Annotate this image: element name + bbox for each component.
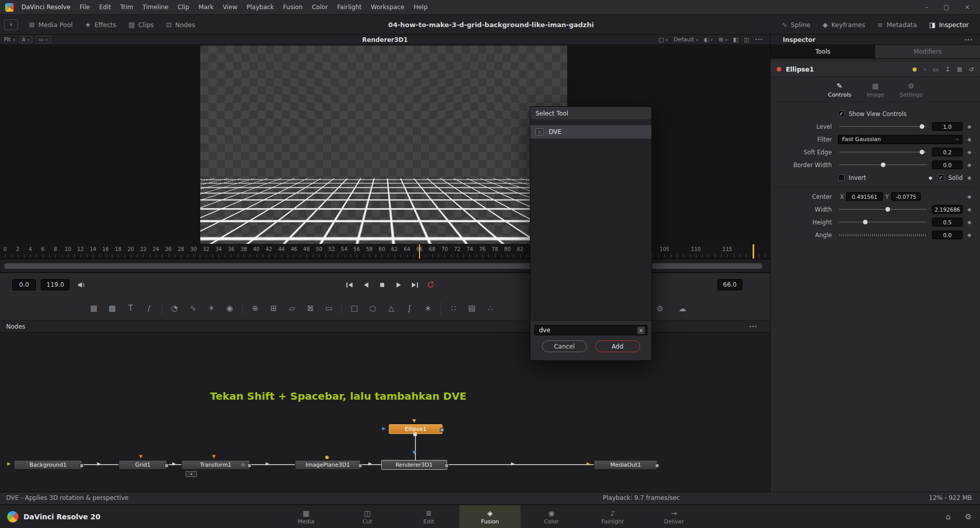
invert-checkbox[interactable] xyxy=(838,174,845,181)
page-fusion[interactable]: ◈Fusion xyxy=(459,505,521,528)
stop-button[interactable] xyxy=(378,282,386,288)
slider-knob[interactable] xyxy=(881,163,885,167)
blur-tool-icon[interactable]: ◉ xyxy=(223,302,237,315)
border-width-value-field[interactable]: 0.0 xyxy=(932,160,963,169)
keyframe-diamond-icon[interactable]: ◆ xyxy=(963,124,976,129)
slider-knob[interactable] xyxy=(863,220,868,224)
menu-edit[interactable]: Edit xyxy=(95,2,115,12)
bspline-mask-tool-icon[interactable]: ∫ xyxy=(403,302,416,315)
clips-button[interactable]: ▤Clips xyxy=(122,18,159,32)
wand-mask-tool-icon[interactable]: ∗ xyxy=(421,302,435,315)
page-cut[interactable]: ◫Cut xyxy=(337,505,398,528)
float-window-icon[interactable]: ▭ xyxy=(932,66,938,73)
current-frame-field[interactable]: 66.0 xyxy=(717,279,742,290)
menu-fusion[interactable]: Fusion xyxy=(278,2,307,12)
slider-knob[interactable] xyxy=(885,207,890,212)
gear-icon[interactable]: ⚙ xyxy=(965,512,972,521)
keyframe-diamond-icon[interactable]: ◆ xyxy=(963,232,976,238)
clear-search-icon[interactable]: × xyxy=(637,327,645,334)
channel-select-dropdown[interactable]: A∨ xyxy=(19,36,32,43)
menu-trim[interactable]: Trim xyxy=(115,2,138,12)
subtab-controls[interactable]: ✎ Controls xyxy=(828,82,851,98)
page-color[interactable]: ◉Color xyxy=(521,505,582,528)
cloud-icon[interactable]: ☁ xyxy=(675,302,689,315)
grid-warp-tool-icon[interactable]: ▤ xyxy=(465,302,479,315)
loop-button[interactable] xyxy=(427,281,434,288)
media-pool-button[interactable]: ⊞Media Pool xyxy=(23,18,79,32)
keyframe-diamond-icon[interactable]: ◆ xyxy=(963,175,976,180)
dual-view-button[interactable]: ◫ xyxy=(744,36,749,43)
node-renderer3d1[interactable]: Renderer3D1 xyxy=(381,460,447,470)
minimize-icon[interactable]: – xyxy=(925,4,928,11)
node-grid1[interactable]: Grid1 xyxy=(119,460,167,470)
transform-modifier-widget[interactable] xyxy=(185,471,197,477)
page-edit[interactable]: ≣Edit xyxy=(398,505,459,528)
menu-davinci-resolve[interactable]: DaVinci Resolve xyxy=(17,2,75,12)
width-slider[interactable] xyxy=(838,203,928,216)
grid-snap-dropdown[interactable]: ⊞∨ xyxy=(718,36,727,43)
maximize-icon[interactable]: ▢ xyxy=(944,4,949,11)
single-view-button[interactable]: ◧ xyxy=(733,36,738,43)
merge-tool-icon[interactable]: ⊕ xyxy=(248,302,262,315)
effects-button[interactable]: ★Effects xyxy=(79,18,122,32)
metadata-button[interactable]: ≡Metadata xyxy=(871,18,923,32)
soft-edge-value-field[interactable]: 0.2 xyxy=(932,148,963,156)
tile-color-dot-icon[interactable] xyxy=(913,67,917,72)
height-value-field[interactable]: 0.5 xyxy=(932,218,963,226)
soft-edge-slider[interactable] xyxy=(838,146,928,158)
keyframe-diamond-icon[interactable]: ◆ xyxy=(963,136,976,142)
page-fairlight[interactable]: ♪Fairlight xyxy=(582,505,643,528)
nodes-options-button[interactable]: ··· xyxy=(749,323,758,330)
keyframe-diamond-icon[interactable]: ◆ xyxy=(963,162,976,168)
menu-clip[interactable]: Clip xyxy=(173,2,194,12)
keyframe-diamond-icon[interactable]: ◆ xyxy=(928,175,932,180)
inspector-options-button[interactable]: ··· xyxy=(964,36,980,43)
keyframe-diamond-icon[interactable]: ◆ xyxy=(963,219,976,225)
node-mediaout1[interactable]: MediaOut1 xyxy=(594,460,658,470)
color-curves-tool-icon[interactable]: ∿ xyxy=(186,302,200,315)
tool-result-dve[interactable]: ⊡ DVE xyxy=(530,125,651,139)
transform-tool-icon[interactable]: ⊞ xyxy=(267,302,281,315)
chevron-down-icon[interactable]: ∨ xyxy=(923,67,926,72)
goto-end-button[interactable] xyxy=(411,282,419,288)
angle-thumbwheel[interactable] xyxy=(839,233,928,237)
width-value-field[interactable]: 2.192686 xyxy=(932,205,963,214)
node-background1[interactable]: Background1 xyxy=(14,460,82,470)
panel-toggle-button[interactable]: ∨ xyxy=(4,19,18,30)
audio-mute-button[interactable] xyxy=(78,282,86,288)
viewer-canvas[interactable] xyxy=(0,45,770,244)
crop-tool-icon[interactable]: ⊠ xyxy=(304,302,317,315)
reset-icon[interactable]: ↺ xyxy=(969,66,974,73)
viewer-options-button[interactable]: ··· xyxy=(755,36,763,43)
color-display-dropdown[interactable]: ◐∨ xyxy=(704,36,713,43)
nodes-button[interactable]: ⊡Nodes xyxy=(160,18,201,32)
menu-color[interactable]: Color xyxy=(307,2,332,12)
lock-icon[interactable]: ⊠ xyxy=(957,66,962,73)
level-value-field[interactable]: 1.0 xyxy=(932,122,963,131)
play-reverse-button[interactable] xyxy=(362,282,370,288)
ellipse-mask-tool-icon[interactable]: ○ xyxy=(366,302,380,315)
menu-fairlight[interactable]: Fairlight xyxy=(333,2,366,12)
background-tool-icon[interactable]: ▦ xyxy=(87,302,101,315)
rectangle-mask-tool-icon[interactable]: □ xyxy=(347,302,361,315)
keyframe-diamond-icon[interactable]: ◆ xyxy=(963,206,976,212)
keyframe-diamond-icon[interactable]: ◆ xyxy=(963,194,976,199)
play-button[interactable] xyxy=(394,282,403,288)
node-transform1[interactable]: Transform1◇ xyxy=(181,460,250,470)
polygon-mask-tool-icon[interactable]: △ xyxy=(384,302,398,315)
tool-search-input[interactable] xyxy=(536,327,637,334)
range-start-field[interactable]: 0.0 xyxy=(12,279,36,290)
lut-dropdown[interactable]: Default∨ xyxy=(673,36,698,43)
tab-tools[interactable]: Tools xyxy=(771,45,875,58)
timeline-ruler[interactable]: 0246810121416182022242628303234363840424… xyxy=(0,244,770,259)
center-y-field[interactable]: -0.0775 xyxy=(891,192,921,201)
node-imageplane3d1[interactable]: ImagePlane3D1 xyxy=(295,460,361,470)
tab-modifiers[interactable]: Modifiers xyxy=(875,45,980,58)
tracker-tool-icon[interactable]: ∷ xyxy=(447,302,460,315)
roi-dropdown[interactable]: ▭∨ xyxy=(36,36,51,43)
menu-mark[interactable]: Mark xyxy=(194,2,218,12)
range-end-field[interactable]: 119.0 xyxy=(41,279,69,290)
color-corrector-tool-icon[interactable]: ◔ xyxy=(168,302,181,315)
solid-checkbox[interactable] xyxy=(938,174,944,181)
home-icon[interactable]: ⌂ xyxy=(946,512,951,521)
